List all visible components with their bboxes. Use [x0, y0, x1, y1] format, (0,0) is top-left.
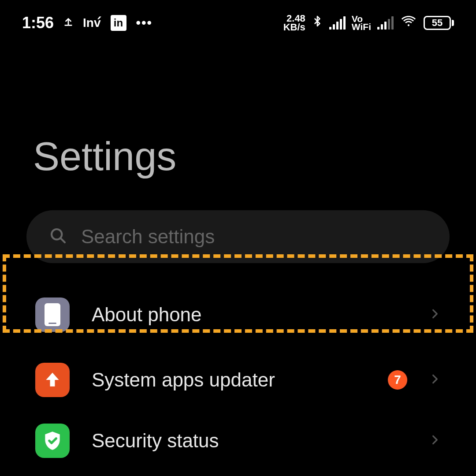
- status-right: 2.48 KB/s Vo WiFi 55: [283, 13, 454, 33]
- settings-item-about-phone[interactable]: About phone: [0, 280, 476, 350]
- search-placeholder: Search settings: [81, 226, 215, 248]
- data-speed-indicator: 2.48 KB/s: [283, 14, 305, 32]
- search-icon: [49, 227, 67, 246]
- page-title: Settings: [0, 41, 476, 179]
- upload-icon: [63, 15, 73, 31]
- signal-bars-1-icon: [329, 16, 346, 30]
- search-bar[interactable]: Search settings: [26, 210, 450, 263]
- status-left: 1:56 Inv in •••: [22, 14, 152, 32]
- svg-line-1: [60, 238, 65, 242]
- linkedin-icon: in: [111, 15, 126, 31]
- vowifi-indicator: Vo WiFi: [352, 15, 371, 31]
- item-label: Security status: [92, 430, 407, 452]
- inv-app-icon: Inv: [83, 16, 100, 30]
- data-speed-unit: KB/s: [283, 23, 305, 32]
- item-label: System apps updater: [92, 369, 366, 391]
- item-label: About phone: [92, 304, 407, 326]
- battery-indicator: 55: [424, 16, 454, 30]
- shield-check-icon: [35, 424, 70, 458]
- bluetooth-icon: [312, 13, 323, 33]
- notification-badge: 7: [388, 370, 407, 390]
- battery-level: 55: [424, 16, 451, 30]
- signal-bars-2-icon: [377, 16, 394, 30]
- settings-item-security-status[interactable]: Security status: [0, 410, 476, 471]
- updater-arrow-up-icon: [35, 363, 70, 397]
- more-notifications-icon: •••: [136, 15, 153, 30]
- chevron-right-icon: [429, 304, 441, 325]
- wifi-icon: [400, 14, 417, 32]
- settings-item-system-apps-updater[interactable]: System apps updater 7: [0, 350, 476, 410]
- settings-list: About phone System apps updater 7: [0, 280, 476, 471]
- status-time: 1:56: [22, 14, 54, 32]
- chevron-right-icon: [429, 430, 441, 451]
- chevron-right-icon: [429, 369, 441, 390]
- status-bar: 1:56 Inv in ••• 2.48 KB/s Vo WiFi: [0, 0, 476, 41]
- vowifi-bottom: WiFi: [352, 23, 371, 31]
- phone-icon: [35, 298, 70, 332]
